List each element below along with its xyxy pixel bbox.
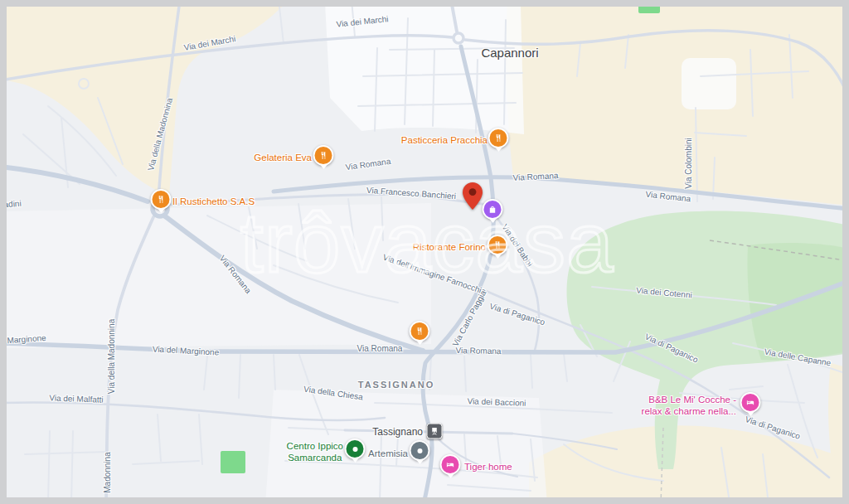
poi-label-line: B&B Le Mi' Cocche - (642, 394, 736, 405)
poi-label-line: relax & charme nella... (642, 405, 736, 417)
poi-label-il-rustichetto[interactable]: Il Rustichetto S.A.S (172, 196, 255, 207)
poi-label-ristorante-forino[interactable]: Ristorante Forino (413, 241, 486, 253)
fork-knife-icon (494, 133, 503, 143)
town-label-capannori: Capannori (481, 46, 538, 60)
generic-poi-marker[interactable] (410, 440, 430, 461)
road-label: ladini (2, 199, 22, 210)
restaurant-marker[interactable] (488, 128, 509, 148)
poi-label-gelateria-eva[interactable]: Gelateria Eva (254, 152, 312, 163)
restaurant-marker[interactable] (151, 189, 172, 210)
restaurant-marker[interactable] (313, 145, 334, 166)
destination-pin[interactable] (463, 182, 483, 210)
fork-knife-icon (319, 151, 328, 160)
dot-icon (352, 447, 357, 452)
lodging-marker[interactable] (740, 392, 761, 413)
road-label: Via Romana (455, 346, 501, 356)
poi-label-line: Centro Ippico (287, 440, 343, 452)
poi-label-station-tassignano[interactable]: Tassignano (372, 426, 423, 438)
poi-label-pasticceria-pracchia[interactable]: Pasticceria Pracchia (401, 134, 488, 146)
shopping-marker[interactable] (483, 199, 503, 220)
dot-icon (417, 448, 422, 453)
train-icon (430, 427, 439, 436)
road-label: Madonnina (103, 452, 112, 492)
restaurant-marker[interactable] (410, 321, 430, 342)
road-label: Via Colombini (684, 138, 693, 189)
horse-riding-marker[interactable] (345, 439, 366, 459)
road-label: Via della Madonnina (107, 319, 116, 394)
poi-label-artemisia[interactable]: Artemisia (368, 448, 408, 459)
area-label-tassignano: TASSIGNANO (358, 380, 435, 390)
road-label: Via Romana (357, 344, 403, 353)
poi-label-bnb-le-mi-cocche[interactable]: B&B Le Mi' Cocche - relax & charme nella… (642, 394, 736, 417)
fork-knife-icon (493, 240, 502, 250)
bed-icon (746, 398, 755, 407)
road-label: Via dei Malfatti (49, 393, 104, 404)
poi-label-line: Samarcanda (287, 452, 343, 463)
lodging-marker[interactable] (440, 454, 461, 475)
poi-label-tiger-home[interactable]: Tiger home (464, 461, 512, 472)
fork-knife-icon (157, 195, 166, 204)
train-station-marker[interactable] (427, 424, 443, 439)
bed-icon (446, 460, 455, 469)
restaurant-marker[interactable] (488, 235, 508, 255)
map-viewport[interactable]: Via dei Marchi Via dei Marchi Via Romana… (0, 0, 849, 504)
fork-knife-icon (415, 327, 424, 336)
bag-icon (488, 205, 497, 214)
poi-label-centro-ippico[interactable]: Centro Ippico Samarcanda (287, 440, 343, 463)
